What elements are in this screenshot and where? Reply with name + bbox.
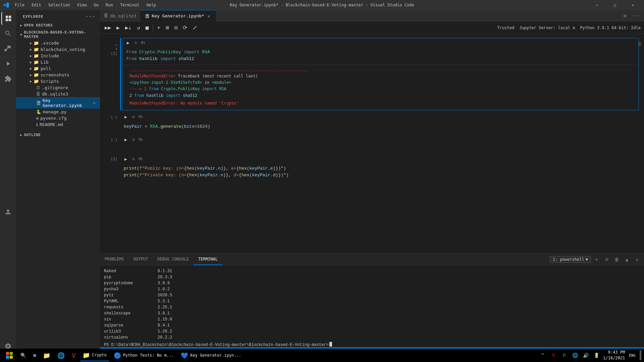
cell-code[interactable] — [120, 144, 639, 152]
menu-edit[interactable]: Edit — [29, 2, 44, 8]
clear-btn[interactable]: ⟳ — [181, 24, 189, 32]
tree-item-include[interactable]: ▶ 📁 Include — [16, 53, 100, 59]
taskbar-vuetify[interactable]: V — [69, 349, 78, 361]
menu-selection[interactable]: Selection — [46, 2, 73, 8]
tree-item-screenshots[interactable]: ▶ 📁 screenshots — [16, 72, 100, 78]
menu-view[interactable]: View — [74, 2, 90, 8]
tab-key-generator[interactable]: 📓 Key Generator.ipynb* ✕ — [141, 10, 216, 21]
start-button[interactable] — [3, 349, 16, 361]
tab-close-btn[interactable]: ✕ — [206, 13, 212, 19]
close-button[interactable]: ✕ — [625, 0, 641, 10]
cell-delete-btn[interactable]: 🗑 — [635, 41, 644, 47]
run-all-btn[interactable]: ▶▶ — [103, 24, 112, 32]
cell-run-btn[interactable]: ▶ — [122, 114, 129, 120]
sys-tray-p[interactable]: P — [560, 351, 568, 359]
taskbar-task-view[interactable]: ⊞ — [31, 349, 39, 361]
cell-code[interactable]: from Crypto.PublicKey import RSA from ha… — [123, 47, 639, 65]
tree-item-db-sqlite3[interactable]: 🗄 db.sqlite3 — [16, 91, 100, 97]
tree-item-scripts[interactable]: ▶ 📁 Scripts — [16, 78, 100, 84]
activity-account[interactable] — [1, 205, 15, 219]
tree-item-pyvenv[interactable]: ⚙ pyvenv.cfg — [16, 115, 100, 121]
notebook-content[interactable]: ▲ ▼ [2] ▶ ⊟ Mi from Crypto.PublicKey imp… — [100, 34, 644, 253]
jupyter-settings-icon[interactable]: ⚙ — [573, 25, 575, 30]
add-cell-btn[interactable]: + — [156, 24, 162, 32]
run-btn[interactable]: ▶ — [115, 24, 121, 32]
maximize-button[interactable]: □ — [607, 0, 623, 10]
cell-more-btn[interactable]: Mi — [140, 40, 146, 46]
activity-run-debug[interactable] — [1, 57, 15, 70]
tree-item-key-generator[interactable]: 📓 Key Generator.ipynb + — [16, 97, 100, 109]
cell-more-btn[interactable]: Mi — [138, 136, 144, 142]
sys-tray-v[interactable]: V — [549, 351, 557, 359]
taskbar-python-tests[interactable]: 🔵 Python Tests: No m... — [111, 349, 177, 361]
cell-run-btn[interactable]: ▶ — [122, 156, 129, 162]
tree-item-readme[interactable]: ℹ README.md — [16, 121, 100, 128]
taskbar-search[interactable]: 🔍 — [18, 349, 29, 361]
cell-run-btn[interactable]: ▶ — [125, 39, 131, 46]
cell-more-btn[interactable]: Mi — [138, 114, 144, 120]
sys-tray-battery[interactable]: 🔋 — [592, 351, 600, 359]
split-editor-btn[interactable]: ⊞ — [620, 11, 630, 20]
interrupt-btn[interactable]: ■ — [144, 24, 150, 32]
terminal-tab-terminal[interactable]: TERMINAL — [194, 254, 222, 265]
cell-code[interactable]: keyPair = RSA.generate(bits=1024) — [120, 121, 639, 133]
activity-explorer[interactable] — [1, 12, 15, 25]
menu-file[interactable]: File — [12, 2, 27, 8]
cell-format-btn[interactable]: ⊟ — [130, 114, 137, 120]
kill-terminal-btn[interactable]: 🗑 — [612, 255, 621, 264]
tree-item-manage[interactable]: 🐍 manage.py — [16, 109, 100, 115]
menu-help[interactable]: Help — [144, 2, 159, 8]
sys-tray-arrow[interactable]: ^ — [539, 351, 547, 359]
tree-item-vscode[interactable]: ▶ 📁 .vscode — [16, 40, 100, 46]
terminal-shell-dropdown[interactable]: 1: powershell ▼ — [550, 256, 591, 263]
tree-item-gitignore[interactable]: 🗒 .gitignore — [16, 84, 100, 91]
taskbar-file-explorer[interactable]: 📁 — [40, 349, 53, 361]
activity-extensions[interactable] — [1, 72, 15, 85]
cell-format-btn[interactable]: ⊟ — [130, 136, 137, 142]
sys-tray-volume[interactable]: 🔊 — [582, 351, 590, 359]
minimize-button[interactable]: ─ — [589, 0, 604, 10]
new-file-btn[interactable]: + — [93, 100, 96, 106]
cell-format-btn[interactable]: ⊟ — [130, 156, 137, 162]
sidebar-more-icon[interactable]: ··· — [85, 13, 96, 20]
taskbar-key-generator[interactable]: 💙 Key Generator.ipyn... — [178, 349, 244, 361]
activity-source-control[interactable] — [1, 42, 15, 55]
taskbar-edge[interactable]: 🌐 — [55, 349, 67, 361]
menu-go[interactable]: Go — [91, 2, 101, 8]
tab-db-sqlite3[interactable]: 🗄 db.sqlite3 — [100, 10, 141, 21]
project-folder[interactable]: ▼ BLOCKCHAIN-BASED-E-VOTING-MASTER — [16, 28, 100, 40]
tree-item-blockchain-voting[interactable]: ▶ 📁 blockchain_voting — [16, 46, 100, 53]
activity-search[interactable] — [1, 27, 15, 40]
trusted-badge[interactable]: Trusted — [497, 25, 515, 30]
terminal-tab-output[interactable]: OUTPUT — [129, 254, 153, 265]
remove-btn[interactable]: ⊟ — [173, 24, 179, 32]
terminal-tab-problems[interactable]: PROBLEMS — [100, 254, 129, 265]
terminal-tab-debug[interactable]: DEBUG CONSOLE — [153, 254, 194, 265]
close-panel-btn[interactable]: ✕ — [633, 255, 641, 264]
outline-title[interactable]: ▶ OUTLINE — [20, 133, 96, 137]
clock[interactable]: 9:43 PM 1/18/2021 — [603, 350, 625, 361]
lang-indicator[interactable]: ENG — [628, 353, 637, 358]
collapse-down-btn[interactable]: ▼ — [115, 47, 117, 51]
sys-tray-network[interactable]: 🌐 — [571, 351, 579, 359]
collapse-up-btn[interactable]: ▲ — [115, 43, 117, 47]
add-code-btn[interactable]: ⊞ — [164, 24, 170, 32]
run-next-btn[interactable]: ▶↓ — [124, 24, 133, 32]
maximize-panel-btn[interactable]: ▲ — [623, 255, 631, 264]
cell-code[interactable]: print(f"Public key: (n={hex(keyPair.n)},… — [120, 163, 639, 181]
tree-item-poll[interactable]: ▶ 📁 poll — [16, 65, 100, 72]
taskbar-crypto-folder[interactable]: 📁 Crypto — [80, 349, 109, 361]
open-editors-section[interactable]: ▶ OPEN EDITORS — [16, 21, 100, 28]
menu-terminal[interactable]: Terminal — [117, 2, 142, 8]
expand-btn[interactable]: ⤢ — [191, 24, 198, 32]
show-desktop-btn[interactable] — [640, 350, 641, 360]
cell-format-btn[interactable]: ⊟ — [133, 40, 139, 46]
more-actions-btn[interactable]: ··· — [631, 11, 641, 20]
tree-item-lib[interactable]: ▶ 📁 Lib — [16, 59, 100, 65]
restart-btn[interactable]: ↺ — [136, 24, 142, 32]
cell-run-btn[interactable]: ▶ — [122, 136, 129, 143]
terminal-content[interactable]: Naked 0.1.31 pip 20.3.3 pycryptodome 3.9… — [100, 265, 644, 347]
add-terminal-btn[interactable]: + — [592, 255, 601, 264]
split-terminal-btn[interactable]: ⊟ — [602, 255, 611, 264]
menu-run[interactable]: Run — [103, 2, 116, 8]
